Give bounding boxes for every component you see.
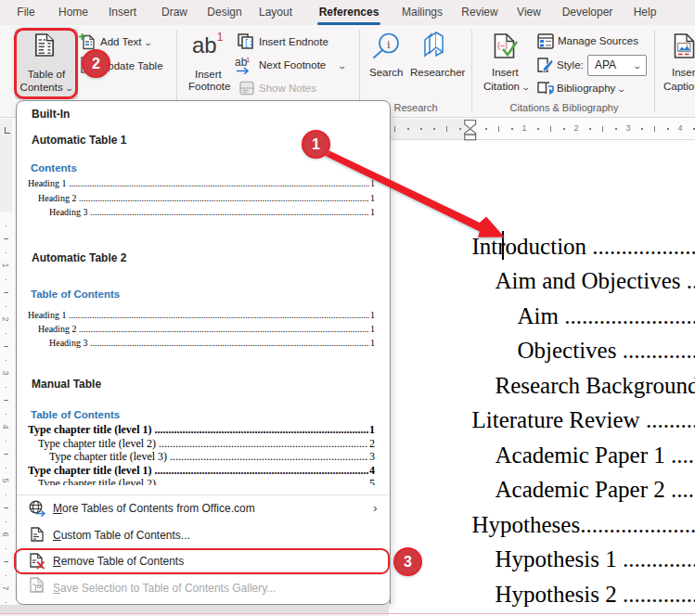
svg-text:(–): (–)	[497, 41, 508, 50]
svg-text:[i]: [i]	[244, 39, 255, 48]
svg-text:1: 1	[246, 56, 251, 64]
svg-text:i: i	[387, 37, 391, 51]
